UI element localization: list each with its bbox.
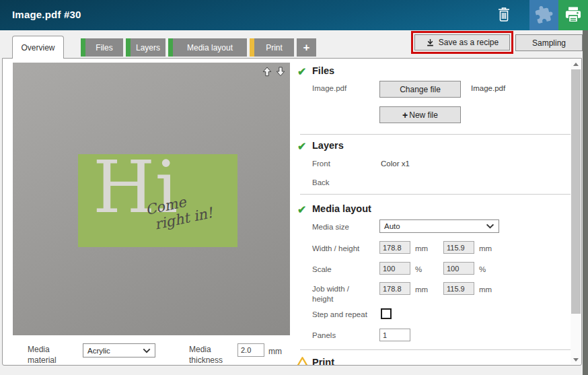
triangle-down-icon [573,358,579,362]
tab-files[interactable]: Files [81,38,123,57]
save-as-recipe-label: Save as a recipe [439,38,499,47]
front-layer-value: Color x1 [381,160,410,168]
tab-media-layout[interactable]: Media layout [168,38,247,57]
save-as-recipe-button[interactable]: Save as a recipe [414,34,510,50]
move-layer-down-button[interactable] [274,67,286,79]
trash-icon [496,5,512,26]
step-repeat-label: Step and repeat [312,310,367,318]
sampling-label: Sampling [532,38,566,48]
job-overview-panel: Hi Come right in! Media material Acrylic… [2,58,582,366]
tab-add-job[interactable]: + [297,38,316,57]
section-divider [300,194,571,195]
details-scrollbar[interactable] [571,59,581,364]
new-file-button[interactable]: + New file [379,106,461,123]
triangle-up-icon [573,63,579,66]
unit-mm-label: mm [479,285,492,294]
media-thickness-unit: mm [268,346,282,357]
plus-icon: + [402,110,408,121]
job-size-label-line2: height [312,295,333,303]
scale-width-input [379,262,410,275]
unit-percent-label: % [415,265,422,273]
warning-triangle-icon [296,356,309,366]
job-height-input [443,282,474,295]
window-edge-strip [583,30,588,375]
printer-icon [564,5,583,26]
tab-label: Print [261,43,283,53]
media-material-select[interactable]: Acrylic [83,343,155,357]
tab-status-indicator [126,38,131,57]
unit-mm-label: mm [479,244,492,252]
unit-percent-label: % [479,265,486,273]
tab-label: Overview [21,43,54,53]
media-layout-ok-check-icon: ✔ [297,203,306,216]
front-layer-label: Front [312,160,330,168]
chevron-down-icon [143,348,151,353]
media-material-label: Media material [28,344,71,366]
job-width-input [379,282,410,295]
title-bar: Image.pdf #30 [0,0,588,30]
change-file-button[interactable]: Change file [379,81,461,98]
tab-layers[interactable]: Layers [126,38,166,57]
unit-mm-label: mm [415,244,428,252]
scale-label: Scale [312,265,332,273]
files-section-title: Files [312,65,334,76]
width-height-label: Width / height [312,244,359,252]
arrow-up-icon [262,67,272,79]
print-section-title: Print [312,357,334,366]
panels-label: Panels [312,331,336,339]
tab-status-indicator [250,38,254,57]
files-ok-check-icon: ✔ [297,65,306,78]
unit-mm-label: mm [415,285,428,294]
window-title: Image.pdf #30 [12,9,81,20]
artwork-thumbnail: Hi Come right in! [78,154,237,247]
download-icon [426,38,435,47]
media-thickness-label: Media thickness [189,344,232,366]
step-repeat-checkbox[interactable] [381,308,392,319]
plus-icon: + [303,41,310,55]
section-divider [300,134,571,135]
job-size-label-line1: Job width / [312,285,349,293]
scale-height-input [443,262,474,275]
tab-status-indicator [81,38,85,57]
media-thickness-input[interactable] [237,343,264,357]
print-button[interactable] [558,0,588,30]
media-layout-section-title: Media layout [312,203,371,214]
panels-input[interactable] [379,329,410,341]
file-name-value: Image.pdf [471,84,505,92]
tab-label: Media layout [182,43,233,53]
sampling-button[interactable]: Sampling [515,34,583,51]
arrow-down-icon [276,67,285,79]
media-size-select[interactable]: Auto [379,219,499,233]
media-material-value: Acrylic [87,347,110,355]
layers-ok-check-icon: ✔ [297,140,306,153]
tab-overview[interactable]: Overview [12,36,64,59]
media-size-label: Media size [312,223,349,231]
delete-job-button[interactable] [492,5,516,26]
plugins-button[interactable] [529,0,558,30]
layers-section-title: Layers [312,140,344,151]
media-width-input [379,241,410,254]
tab-print[interactable]: Print [250,38,294,57]
section-divider [300,349,571,350]
scrollbar-thumb[interactable] [571,69,581,314]
back-layer-label: Back [312,178,330,186]
job-preview-area: Hi Come right in! [13,63,290,335]
media-size-value: Auto [384,222,400,230]
move-layer-up-button[interactable] [261,67,272,79]
scroll-up-button[interactable] [571,59,581,69]
chevron-down-icon [486,224,494,229]
current-file-label: Image.pdf [312,84,346,92]
tab-label: Layers [131,43,160,53]
tab-label: Files [91,43,112,53]
tab-status-indicator [168,38,173,57]
media-height-input [443,241,474,254]
puzzle-icon [532,3,556,28]
scroll-down-button[interactable] [571,355,581,364]
